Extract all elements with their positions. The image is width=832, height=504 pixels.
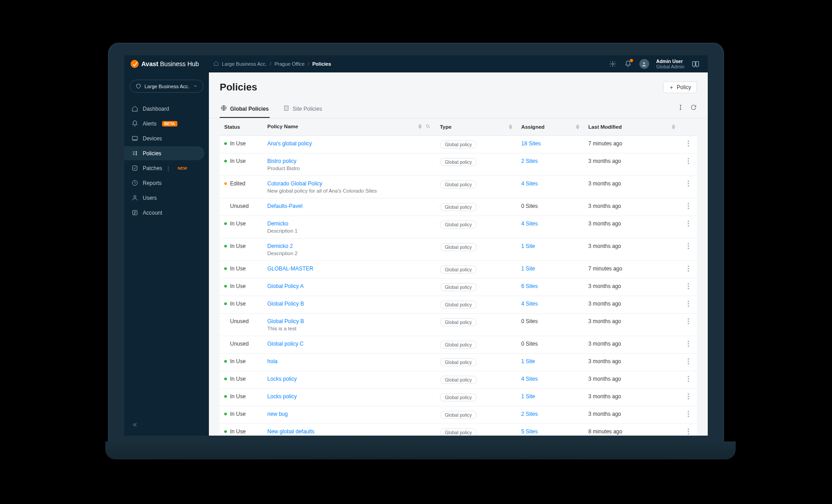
status-dot-icon: [224, 302, 227, 305]
assigned-link[interactable]: 1 Site: [521, 243, 535, 249]
assigned-link[interactable]: 4 Sites: [521, 220, 538, 227]
row-menu-button[interactable]: [680, 216, 697, 238]
assigned-link[interactable]: 1 Site: [521, 393, 535, 400]
tab-site-policies[interactable]: Site Policies: [282, 100, 323, 118]
app-switch-icon[interactable]: [692, 60, 700, 68]
policy-name-link[interactable]: new bug: [267, 411, 288, 417]
account-selector[interactable]: Large Business Acc.: [130, 80, 203, 93]
policy-name-link[interactable]: Ana's global policy: [267, 140, 312, 147]
table-row[interactable]: In Use Locks policy Global policy 4 Site…: [220, 371, 697, 389]
row-menu-button[interactable]: [680, 238, 697, 261]
col-assigned[interactable]: Assigned: [517, 118, 584, 136]
row-menu-button[interactable]: [680, 424, 697, 436]
table-row[interactable]: In Use Bistro policyProduct Bistro Globa…: [220, 153, 697, 176]
row-menu-button[interactable]: [680, 279, 697, 296]
row-menu-button[interactable]: [680, 336, 697, 354]
policy-name-link[interactable]: New global defaults: [267, 428, 315, 435]
table-row[interactable]: In Use Ana's global policy Global policy…: [220, 136, 697, 153]
settings-icon[interactable]: [609, 60, 617, 68]
row-menu-button[interactable]: [680, 176, 697, 198]
sidebar-item-account[interactable]: Account: [124, 206, 204, 220]
sidebar-item-policies[interactable]: Policies: [124, 146, 204, 160]
col-type[interactable]: Type: [435, 118, 517, 136]
row-menu-button[interactable]: [680, 296, 697, 314]
sort-icon[interactable]: [672, 124, 675, 130]
sort-icon[interactable]: [418, 124, 422, 129]
table-row[interactable]: Unused Global policy C Global policy 0 S…: [220, 336, 697, 354]
policy-name-link[interactable]: Global Policy B: [267, 318, 304, 324]
sidebar-collapse-button[interactable]: [124, 415, 209, 436]
table-row[interactable]: In Use Locks policy Global policy 1 Site…: [220, 389, 697, 406]
row-menu-button[interactable]: [680, 371, 697, 389]
assigned-link[interactable]: 5 Sites: [521, 428, 538, 435]
table-row[interactable]: In Use GLOBAL-MASTER Global policy 1 Sit…: [220, 261, 697, 279]
row-menu-button[interactable]: [680, 354, 697, 371]
table-row[interactable]: Unused Global Policy BThis is a test Glo…: [220, 314, 697, 336]
sort-icon[interactable]: [576, 124, 579, 130]
sidebar-item-dashboard[interactable]: Dashboard: [124, 102, 204, 116]
rename-icon[interactable]: [677, 104, 684, 112]
table-row[interactable]: In Use Global Policy B Global policy 4 S…: [220, 296, 697, 314]
assigned-link[interactable]: 2 Sites: [521, 158, 538, 164]
tab-global-policies[interactable]: Global Policies: [220, 100, 270, 118]
policy-name-link[interactable]: Colorado Global Policy: [267, 180, 322, 187]
assigned-link[interactable]: 2 Sites: [521, 411, 538, 417]
svg-point-35: [687, 283, 689, 284]
policy-name-link[interactable]: Global policy C: [267, 341, 304, 347]
row-menu-button[interactable]: [680, 389, 697, 406]
assigned-link[interactable]: 4 Sites: [521, 301, 538, 307]
col-last-modified[interactable]: Last Modified: [584, 118, 680, 136]
table-row[interactable]: Edited Colorado Global PolicyNew global …: [220, 176, 697, 198]
assigned-link[interactable]: 1 Site: [521, 358, 535, 364]
row-menu-button[interactable]: [680, 406, 697, 424]
assigned-link[interactable]: 1 Site: [521, 266, 535, 272]
table-row[interactable]: In Use hola Global policy 1 Site 3 month…: [220, 354, 697, 371]
table-row[interactable]: Unused Defaults-Pavel Global policy 0 Si…: [220, 198, 697, 216]
new-policy-button[interactable]: Policy: [663, 81, 697, 93]
table-row[interactable]: In Use new bug Global policy 2 Sites 3 m…: [220, 406, 697, 424]
refresh-icon[interactable]: [690, 104, 697, 112]
table-row[interactable]: In Use DemickoDescription 1 Global polic…: [220, 216, 697, 238]
sidebar-item-users[interactable]: Users: [124, 191, 204, 205]
sort-icon[interactable]: [509, 124, 512, 130]
row-menu-button[interactable]: [680, 314, 697, 336]
policy-name-link[interactable]: Global Policy A: [267, 283, 304, 289]
sidebar-item-patches[interactable]: Patches|NEW: [124, 161, 204, 175]
avatar[interactable]: [639, 59, 649, 69]
svg-point-1: [643, 62, 645, 64]
policy-name-link[interactable]: Bistro policy: [267, 158, 297, 164]
notifications-icon[interactable]: [624, 60, 632, 68]
svg-point-33: [687, 268, 689, 270]
breadcrumb-site[interactable]: Prague Office: [275, 61, 305, 67]
policy-name-link[interactable]: Locks policy: [267, 393, 297, 400]
col-status[interactable]: Status: [220, 118, 263, 136]
row-menu-button[interactable]: [680, 198, 697, 216]
policy-name-link[interactable]: GLOBAL-MASTER: [267, 266, 313, 272]
policy-name-link[interactable]: hola: [267, 358, 278, 364]
home-icon[interactable]: [213, 61, 219, 67]
table-row[interactable]: In Use Global Policy A Global policy 6 S…: [220, 279, 697, 296]
row-menu-button[interactable]: [680, 153, 697, 176]
sidebar-item-reports[interactable]: Reports: [124, 176, 204, 190]
table-row[interactable]: In Use Demicko 2Description 2 Global pol…: [220, 238, 697, 261]
assigned-link[interactable]: 4 Sites: [521, 180, 538, 187]
assigned-link[interactable]: 6 Sites: [521, 283, 538, 289]
policy-name-link[interactable]: Locks policy: [267, 376, 297, 382]
assigned-link[interactable]: 18 Sites: [521, 140, 541, 147]
policy-name-link[interactable]: Global Policy B: [267, 301, 304, 307]
policy-name-link[interactable]: Demicko 2: [267, 243, 293, 249]
row-menu-button[interactable]: [680, 136, 697, 153]
table-row[interactable]: In Use New global defaults Global policy…: [220, 424, 697, 436]
policy-name-link[interactable]: Demicko: [267, 220, 289, 227]
sidebar-item-alerts[interactable]: AlertsBETA: [124, 117, 204, 130]
row-menu-button[interactable]: [680, 261, 697, 279]
user-block[interactable]: Admin User Global Admin: [656, 58, 684, 69]
assigned-link[interactable]: 4 Sites: [521, 376, 538, 382]
table-scroll[interactable]: Status Policy Name: [209, 118, 708, 436]
breadcrumb-account[interactable]: Large Business Acc.: [222, 61, 267, 67]
sidebar-item-devices[interactable]: Devices: [124, 131, 204, 145]
brand-logo[interactable]: Avast Business Hub: [131, 60, 199, 68]
col-policy-name[interactable]: Policy Name: [263, 118, 435, 136]
search-icon[interactable]: [425, 124, 431, 130]
policy-name-link[interactable]: Defaults-Pavel: [267, 203, 303, 209]
